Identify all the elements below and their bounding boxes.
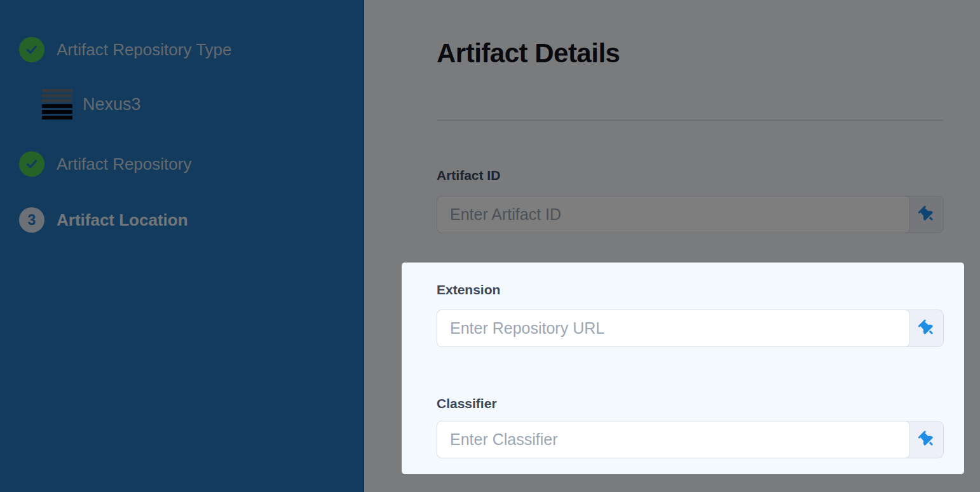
step-label: Artifact Repository [57,154,191,174]
pin-icon [915,428,937,451]
pin-icon [915,317,937,339]
artifact-id-input[interactable] [437,196,910,233]
page-title: Artifact Details [437,38,620,69]
artifact-details-panel: Artifact Details Artifact ID Extension C… [364,0,980,492]
section-divider [437,120,943,121]
step-complete-check-icon [19,151,44,177]
artifact-id-input-group [437,196,944,233]
extension-input[interactable] [437,310,910,347]
artifact-id-label: Artifact ID [437,168,500,183]
selected-repo-type-nexus3[interactable]: Nexus3 [42,89,141,120]
step-label: Artifact Repository Type [57,40,232,60]
step-complete-check-icon [19,37,44,62]
step-artifact-repository[interactable]: Artifact Repository [19,151,191,177]
classifier-label: Classifier [437,396,497,411]
highlighted-section: Extension Classifier [402,263,964,474]
step-artifact-location[interactable]: 3 Artifact Location [19,207,188,233]
artifact-id-pin-button[interactable] [910,196,943,233]
classifier-input[interactable] [437,421,910,458]
step-label: Artifact Location [57,210,188,230]
extension-label: Extension [437,282,500,297]
selected-repo-type-label: Nexus3 [83,95,141,114]
step-artifact-repository-type[interactable]: Artifact Repository Type [19,37,232,62]
classifier-input-group [437,421,944,458]
extension-input-group [437,310,944,347]
step-number-badge: 3 [19,207,44,233]
extension-pin-button[interactable] [910,310,943,346]
nexus3-list-icon [42,89,72,120]
classifier-pin-button[interactable] [910,421,943,458]
pin-icon [915,203,937,226]
wizard-sidebar: Artifact Repository Type Nexus3 Artifact… [0,0,364,492]
